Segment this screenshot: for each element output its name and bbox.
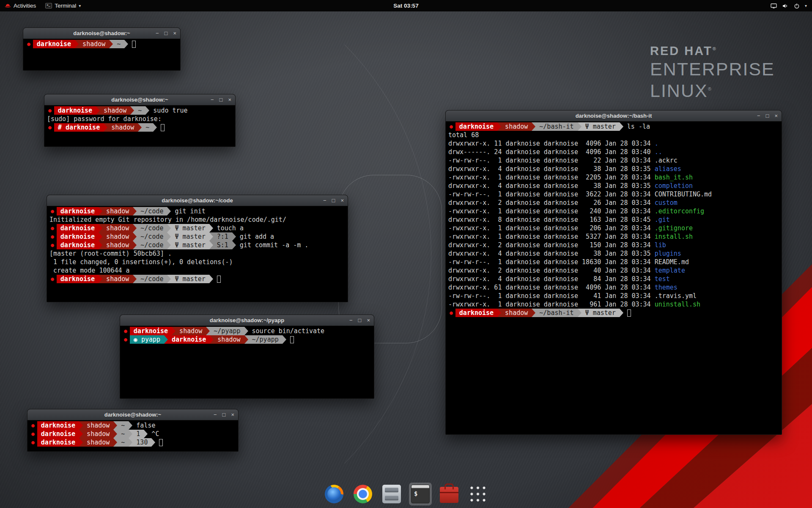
system-tray[interactable]: ▾ xyxy=(765,0,812,11)
minimize-button[interactable]: − xyxy=(156,30,159,36)
dock-item-firefox[interactable] xyxy=(323,483,346,505)
powerline-separator xyxy=(167,224,171,232)
dock-item-files[interactable] xyxy=(380,483,403,505)
terminal-output-line: 1 file changed, 0 insertions(+), 0 delet… xyxy=(49,258,345,266)
redhat-branding: RED HAT® ENTERPRISE LINUX® xyxy=(650,44,775,101)
prompt-segment-user: darknoise xyxy=(57,232,99,241)
ls-row-filename: plugins xyxy=(655,250,681,257)
powerline-separator xyxy=(133,241,137,249)
dock-item-terminal[interactable] xyxy=(409,483,432,505)
prompt-segment-git: Ψ master xyxy=(171,224,209,232)
window-titlebar[interactable]: darknoise@shadow:~/code − □ × xyxy=(47,195,348,206)
window-titlebar[interactable]: darknoise@shadow:~ − □ × xyxy=(23,28,180,39)
powerline-separator xyxy=(133,275,137,283)
ls-row: -rwxrwxr-x. 1 darknoise darknoise 206 Ja… xyxy=(448,224,779,232)
close-button[interactable]: × xyxy=(173,30,176,36)
ls-row: -rw-rw-r--. 1 darknoise darknoise 3622 J… xyxy=(448,190,779,199)
close-button[interactable]: × xyxy=(340,198,344,203)
powerline-separator xyxy=(620,309,623,317)
dock-item-app-grid[interactable] xyxy=(466,483,489,505)
powerline-separator xyxy=(144,430,148,438)
ls-row-meta: drwxrwxr-x. 2 darknoise darknoise 40 Jan… xyxy=(448,267,655,274)
prompt-segment-os: ● xyxy=(30,421,37,430)
powerline-separator xyxy=(113,421,117,430)
terminal-content[interactable]: ●darknoiseshadow~/bash-itΨ masterls -lat… xyxy=(446,121,782,434)
powerline-separator xyxy=(244,335,248,344)
typed-command: git commit -a -m . xyxy=(236,241,309,249)
prompt-segment-status: ?:1 xyxy=(213,232,232,241)
prompt-segment-host: shadow xyxy=(501,122,532,131)
prompt-segment-os: ● xyxy=(49,207,57,215)
powerline-separator xyxy=(578,309,582,317)
terminal-cursor xyxy=(161,124,165,131)
prompt-segment-os: ● xyxy=(49,275,57,283)
powerline-separator xyxy=(172,327,176,335)
close-button[interactable]: × xyxy=(228,97,231,102)
prompt-segment-user: darknoise xyxy=(168,335,210,344)
maximize-button[interactable]: □ xyxy=(219,97,223,102)
prompt-segment-user: darknoise xyxy=(37,438,79,447)
powerline-separator xyxy=(133,232,137,241)
top-bar: Activities Terminal ▾ Sat 03:57 ▾ xyxy=(0,0,812,11)
powerline-separator xyxy=(532,309,535,317)
prompt-segment-user: darknoise xyxy=(455,309,497,317)
powerline-separator xyxy=(209,241,213,249)
app-menu[interactable]: Terminal ▾ xyxy=(41,0,85,11)
typed-command: sudo true xyxy=(149,106,187,115)
ls-row-meta: -rw-rw-r--. 1 darknoise darknoise 22 Jan… xyxy=(448,157,655,164)
terminal-content[interactable]: ●darknoiseshadow~sudo true[sudo] passwor… xyxy=(44,105,235,146)
powerline-separator xyxy=(532,122,535,131)
prompt-segment-path: ~ xyxy=(117,421,129,430)
maximize-button[interactable]: □ xyxy=(766,113,769,119)
ls-row: drwxrwxr-x. 2 darknoise darknoise 150 Ja… xyxy=(448,241,779,249)
powerline-separator xyxy=(79,438,83,447)
minimize-button[interactable]: − xyxy=(349,318,353,323)
minimize-button[interactable]: − xyxy=(214,412,217,417)
terminal-content[interactable]: ●darknoiseshadow~ xyxy=(23,39,180,70)
maximize-button[interactable]: □ xyxy=(222,412,226,417)
prompt-segment-host: shadow xyxy=(83,438,113,447)
prompt-segment-os: ● xyxy=(30,438,37,447)
window-titlebar[interactable]: darknoise@shadow:~ − □ × xyxy=(27,409,238,420)
minimize-button[interactable]: − xyxy=(211,97,214,102)
close-button[interactable]: × xyxy=(367,318,370,323)
powerline-separator xyxy=(99,224,102,232)
prompt-segment-git: Ψ master xyxy=(582,122,620,131)
minimize-button[interactable]: − xyxy=(757,113,760,119)
prompt-segment-path: ~/pyapp xyxy=(210,327,244,335)
maximize-button[interactable]: □ xyxy=(358,318,362,323)
powerline-separator xyxy=(79,421,83,430)
prompt-segment-os: ● xyxy=(49,241,57,249)
branding-enterprise: ENTERPRISE xyxy=(650,59,775,80)
activities-button[interactable]: Activities xyxy=(0,0,41,11)
window-title: darknoise@shadow:~ xyxy=(73,30,130,36)
window-titlebar[interactable]: darknoise@shadow:~ − □ × xyxy=(44,94,235,105)
terminal-window-sudo: darknoise@shadow:~ − □ × ●darknoiseshado… xyxy=(44,94,236,147)
close-button[interactable]: × xyxy=(774,113,778,119)
window-titlebar[interactable]: darknoise@shadow:~/bash-it − □ × xyxy=(446,110,782,121)
ls-row-meta: -rwxrwxr-x. 1 darknoise darknoise 2205 J… xyxy=(448,174,655,181)
minimize-button[interactable]: − xyxy=(323,198,326,203)
powerline-separator xyxy=(164,335,168,344)
window-title: darknoise@shadow:~ xyxy=(111,97,168,103)
prompt-segment-host: shadow xyxy=(83,430,113,438)
powerline-separator xyxy=(153,123,157,132)
window-titlebar[interactable]: darknoise@shadow:~/pyapp − □ × xyxy=(120,315,374,326)
clock[interactable]: Sat 03:57 xyxy=(393,3,418,9)
maximize-button[interactable]: □ xyxy=(165,30,168,36)
prompt-segment-git: Ψ master xyxy=(171,241,209,249)
dock-item-toolbox[interactable] xyxy=(438,483,461,505)
terminal-content[interactable]: ●darknoiseshadow~false●darknoiseshadow~1… xyxy=(27,420,238,451)
terminal-content[interactable]: ●darknoiseshadow~/codegit initInitialize… xyxy=(47,206,348,302)
ls-row-meta: drwxrwxr-x. 2 darknoise darknoise 26 Jan… xyxy=(448,199,655,207)
terminal-icon xyxy=(411,485,430,503)
close-button[interactable]: × xyxy=(231,412,234,417)
terminal-line: ●darknoiseshadow~/codeΨ masterS:1git com… xyxy=(49,241,345,249)
terminal-content[interactable]: ●darknoiseshadow~/pyappsource bin/activa… xyxy=(120,326,374,398)
powerline-separator xyxy=(209,232,213,241)
prompt-segment-path: ~ xyxy=(134,106,145,115)
terminal-line: ●darknoiseshadow~ xyxy=(26,40,178,48)
dock-item-chrome[interactable] xyxy=(351,483,374,505)
ls-row-meta: -rwxrwxr-x. 1 darknoise darknoise 961 Ja… xyxy=(448,301,655,308)
maximize-button[interactable]: □ xyxy=(332,198,335,203)
